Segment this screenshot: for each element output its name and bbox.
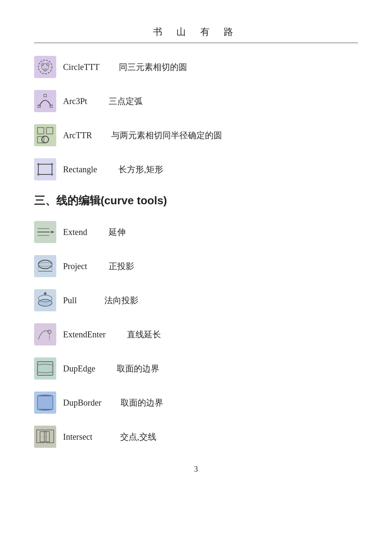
- icon-dupborder: [34, 392, 56, 414]
- tool-extend-label: Extend 延伸: [63, 226, 126, 238]
- tool-project-label: Project 正投影: [63, 261, 134, 272]
- tool-row-extendenter: ExtendEnter 直线延长: [34, 323, 358, 345]
- tool-row-extend: Extend 延伸: [34, 221, 358, 243]
- page-title: 书 山 有 路: [34, 26, 358, 38]
- icon-pull: [34, 289, 56, 311]
- tool-intersect-label: Intersect 交点,交线: [63, 431, 156, 443]
- svg-rect-6: [34, 90, 56, 112]
- tool-arcttr-label: ArcTTR 与两元素相切同半径确定的圆: [63, 130, 222, 141]
- tool-row-intersect: Intersect 交点,交线: [34, 426, 358, 448]
- svg-point-19: [37, 174, 40, 176]
- tool-arc3pt-label: Arc3Pt 三点定弧: [63, 96, 143, 107]
- tool-row-pull: Pull 法向投影: [34, 289, 358, 311]
- svg-rect-42: [37, 362, 53, 375]
- tool-dupborder-label: DupBorder 取面的边界: [63, 397, 163, 409]
- svg-rect-38: [34, 323, 56, 345]
- tools-section-2: Extend 延伸 Project 正投影: [34, 221, 358, 448]
- tools-section-1: CircleTTT 同三元素相切的圆 Arc3Pt 三点定弧: [34, 56, 358, 180]
- svg-rect-0: [34, 56, 56, 78]
- icon-project: [34, 255, 56, 277]
- svg-point-18: [51, 163, 53, 165]
- tool-row-dupedge: DupEdge 取面的边界: [34, 357, 358, 380]
- tool-dupedge-label: DupEdge 取面的边界: [63, 363, 159, 374]
- tool-extendenter-label: ExtendEnter 直线延长: [63, 329, 161, 340]
- tool-row-arcttr: ArcTTR 与两元素相切同半径确定的圆: [34, 124, 358, 146]
- svg-point-29: [38, 262, 52, 267]
- tool-pull-label: Pull 法向投影: [63, 295, 138, 306]
- tool-row-arc3pt: Arc3Pt 三点定弧: [34, 90, 358, 112]
- section3-heading: 三、线的编辑(curve tools): [34, 193, 358, 208]
- icon-rectangle: [34, 158, 56, 180]
- svg-point-20: [51, 174, 53, 176]
- tool-circlettt-label: CircleTTT 同三元素相切的圆: [63, 61, 187, 73]
- tool-row-rectangle: Rectangle 长方形,矩形: [34, 158, 358, 180]
- icon-arcttr: [34, 124, 56, 146]
- icon-circlettt: [34, 56, 56, 78]
- icon-dupedge: [34, 357, 56, 380]
- svg-point-34: [38, 299, 52, 306]
- svg-rect-44: [37, 396, 53, 409]
- tool-rectangle-label: Rectangle 长方形,矩形: [63, 164, 163, 175]
- svg-point-17: [37, 163, 40, 165]
- icon-arc3pt: [34, 90, 56, 112]
- header-divider: [34, 43, 358, 43]
- svg-rect-15: [34, 158, 56, 180]
- tool-row-project: Project 正投影: [34, 255, 358, 277]
- page-number: 3: [34, 465, 358, 474]
- tool-row-circlettt: CircleTTT 同三元素相切的圆: [34, 56, 358, 78]
- tool-row-dupborder: DupBorder 取面的边界: [34, 392, 358, 414]
- icon-intersect: [34, 426, 56, 448]
- icon-extend: [34, 221, 56, 243]
- icon-extendenter: [34, 323, 56, 345]
